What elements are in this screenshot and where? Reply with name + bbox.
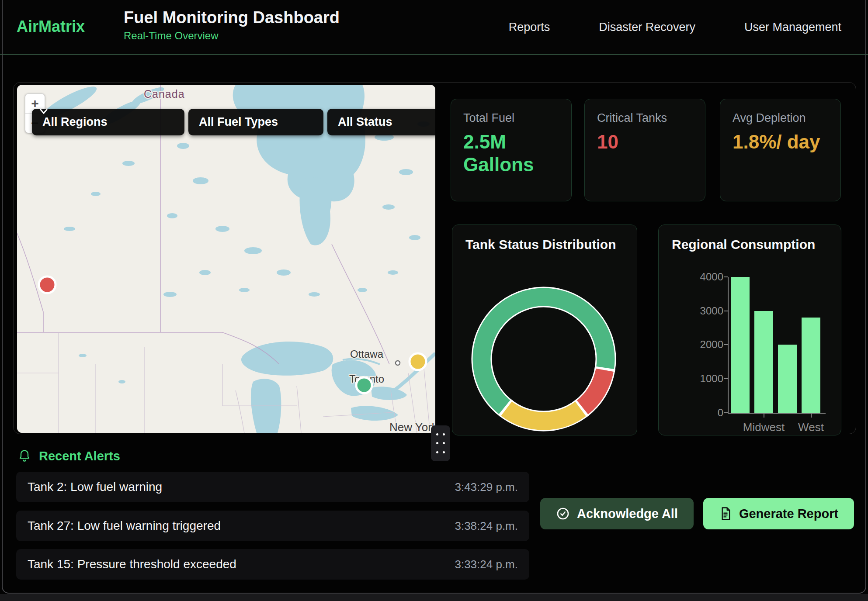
alert-message: Tank 27: Low fuel warning triggered (28, 519, 221, 533)
y-tickmark (724, 378, 728, 379)
alert-row[interactable]: Tank 15: Pressure threshold exceeded 3:3… (16, 549, 529, 580)
recent-alerts-title: Recent Alerts (39, 449, 120, 463)
stat-value: 2.5M Gallons (463, 131, 555, 176)
fuel-monitoring-dashboard: AirMatrix Fuel Monitoring Dashboard Real… (0, 0, 868, 601)
label-new-york: New York (389, 421, 435, 433)
bell-icon (18, 449, 31, 463)
region-filter-dropdown[interactable]: All Regions (32, 109, 184, 135)
map-marker-normal[interactable] (356, 377, 372, 393)
x-tickmark (764, 414, 764, 418)
page-title: Fuel Monitoring Dashboard (124, 8, 340, 28)
brand-logo: AirMatrix (17, 17, 85, 36)
map-marker-critical[interactable] (39, 276, 56, 293)
bar-chart-title: Regional Consumption (672, 237, 815, 252)
x-label-midwest: Midwest (737, 421, 790, 434)
fuel-type-filter-dropdown[interactable]: All Fuel Types (188, 109, 323, 135)
dashboard-panel: Canada Ottawa Toronto New York + − All R… (13, 82, 856, 434)
page-subtitle: Real-Time Overview (124, 30, 340, 42)
generate-report-button[interactable]: Generate Report (703, 498, 854, 529)
donut-chart-title: Tank Status Distribution (465, 237, 616, 252)
stat-label: Total Fuel (463, 111, 514, 125)
ottawa-city-dot (396, 361, 400, 365)
app-header: AirMatrix Fuel Monitoring Dashboard Real… (0, 0, 868, 55)
map-canvas: Canada Ottawa Toronto New York (17, 85, 435, 433)
nav-reports[interactable]: Reports (509, 21, 550, 34)
bar-region-1 (731, 277, 750, 413)
y-axis (728, 277, 729, 414)
y-tickmark (724, 276, 728, 277)
main-nav: Reports Disaster Recovery User Managemen… (509, 0, 841, 54)
label-canada: Canada (144, 88, 185, 100)
regional-consumption-card: Regional Consumption 4000 3000 2000 1000… (658, 225, 841, 435)
x-tickmark (811, 414, 812, 418)
y-tick-4000: 4000 (671, 271, 723, 283)
alert-time: 3:38:24 p.m. (455, 519, 518, 533)
alert-row[interactable]: Tank 27: Low fuel warning triggered 3:38… (16, 511, 529, 541)
check-circle-icon (556, 507, 570, 521)
bar-region-3 (778, 345, 797, 413)
stat-value: 1.8%/ day (733, 131, 824, 153)
region-filter-value: All Regions (42, 115, 108, 129)
y-tick-0: 0 (671, 407, 723, 419)
stat-card-critical-tanks: Critical Tanks 10 (584, 99, 705, 201)
acknowledge-all-label: Acknowledge All (577, 507, 678, 521)
fuel-map[interactable]: Canada Ottawa Toronto New York + − All R… (17, 85, 435, 433)
bar-west (802, 318, 820, 413)
tank-status-donut-chart (469, 285, 618, 433)
map-filters: All Regions All Fuel Types All Status (32, 109, 435, 135)
title-block: Fuel Monitoring Dashboard Real-Time Over… (124, 8, 340, 42)
bar-midwest (754, 311, 773, 413)
donut-segment-warning (507, 409, 581, 421)
y-tick-2000: 2000 (671, 338, 723, 351)
map-resize-handle[interactable] (431, 425, 450, 461)
alert-row[interactable]: Tank 2: Low fuel warning 3:43:29 p.m. (16, 472, 529, 502)
alert-time: 3:43:29 p.m. (455, 480, 518, 494)
y-tick-3000: 3000 (671, 305, 723, 317)
acknowledge-all-button[interactable]: Acknowledge All (540, 498, 694, 529)
chevron-down-icon (40, 109, 48, 114)
stat-card-avg-depletion: Avg Depletion 1.8%/ day (720, 99, 841, 201)
recent-alerts-heading: Recent Alerts (18, 449, 120, 463)
tank-status-card: Tank Status Distribution (452, 225, 637, 435)
generate-report-label: Generate Report (739, 507, 838, 521)
fuel-type-filter-value: All Fuel Types (199, 115, 278, 129)
y-tickmark (724, 412, 728, 413)
alert-time: 3:33:24 p.m. (455, 558, 518, 571)
map-marker-warning[interactable] (410, 353, 426, 370)
stat-card-total-fuel: Total Fuel 2.5M Gallons (451, 99, 572, 201)
label-ottawa: Ottawa (350, 348, 384, 360)
window-bottom-strip (0, 594, 868, 601)
alert-message: Tank 2: Low fuel warning (28, 480, 162, 494)
status-filter-dropdown[interactable]: All Status (327, 109, 435, 135)
y-tickmark (724, 344, 728, 345)
stat-label: Avg Depletion (733, 111, 806, 125)
stat-label: Critical Tanks (597, 111, 667, 125)
nav-user-management[interactable]: User Management (744, 21, 841, 34)
y-tick-1000: 1000 (671, 373, 723, 385)
y-tickmark (724, 311, 728, 311)
document-icon (719, 507, 732, 521)
x-label-west: West (785, 421, 837, 434)
status-filter-value: All Status (338, 115, 392, 129)
nav-disaster-recovery[interactable]: Disaster Recovery (599, 21, 695, 34)
stat-value: 10 (597, 131, 689, 153)
alert-message: Tank 15: Pressure threshold exceeded (28, 557, 236, 571)
